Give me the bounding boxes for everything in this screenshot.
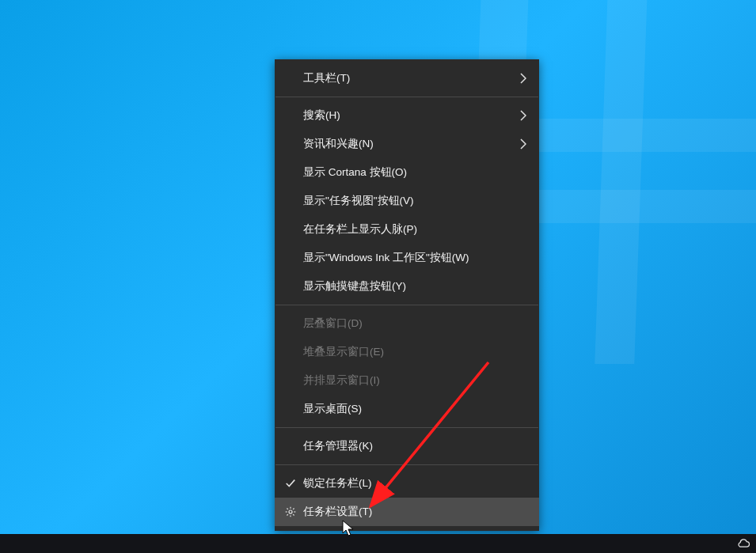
svg-line-6 bbox=[293, 514, 294, 515]
menu-item-label: 显示"任务视图"按钮(V) bbox=[303, 194, 414, 208]
menu-separator bbox=[275, 427, 538, 428]
menu-item-show-people[interactable]: 在任务栏上显示人脉(P) bbox=[275, 215, 539, 244]
chevron-right-icon bbox=[520, 73, 526, 84]
menu-item-show-touch-keyboard[interactable]: 显示触摸键盘按钮(Y) bbox=[275, 272, 539, 301]
taskbar[interactable] bbox=[0, 534, 756, 553]
menu-item-label: 资讯和兴趣(N) bbox=[303, 137, 374, 151]
svg-point-0 bbox=[289, 510, 292, 513]
menu-separator bbox=[275, 97, 538, 97]
menu-item-show-cortana[interactable]: 显示 Cortana 按钮(O) bbox=[275, 158, 539, 187]
menu-item-label: 任务栏设置(T) bbox=[303, 505, 372, 519]
menu-item-label: 工具栏(T) bbox=[303, 71, 350, 85]
light-ray bbox=[595, 0, 648, 364]
menu-item-label: 显示桌面(S) bbox=[303, 402, 362, 416]
menu-item-label: 任务管理器(K) bbox=[303, 439, 373, 453]
svg-line-7 bbox=[287, 514, 287, 515]
cloud-icon[interactable] bbox=[735, 538, 751, 551]
menu-item-task-manager[interactable]: 任务管理器(K) bbox=[275, 432, 539, 460]
menu-item-show-taskview[interactable]: 显示"任务视图"按钮(V) bbox=[275, 187, 539, 215]
svg-line-8 bbox=[293, 508, 294, 509]
taskbar-context-menu: 工具栏(T) 搜索(H) 资讯和兴趣(N) 显示 Cortana 按钮(O) 显… bbox=[275, 59, 539, 531]
menu-item-toolbars[interactable]: 工具栏(T) bbox=[275, 64, 539, 93]
menu-item-taskbar-settings[interactable]: 任务栏设置(T) bbox=[275, 498, 539, 526]
menu-item-label: 层叠窗口(D) bbox=[303, 316, 363, 331]
menu-item-label: 锁定任务栏(L) bbox=[303, 476, 372, 491]
menu-item-news-interests[interactable]: 资讯和兴趣(N) bbox=[275, 130, 539, 158]
menu-item-side-by-side-windows: 并排显示窗口(I) bbox=[275, 366, 539, 395]
menu-item-show-windows-ink[interactable]: 显示"Windows Ink 工作区"按钮(W) bbox=[275, 244, 539, 272]
menu-item-stack-windows: 堆叠显示窗口(E) bbox=[275, 338, 539, 366]
gear-icon bbox=[284, 506, 297, 518]
menu-item-label: 堆叠显示窗口(E) bbox=[303, 345, 384, 359]
menu-item-show-desktop[interactable]: 显示桌面(S) bbox=[275, 395, 539, 423]
menu-item-label: 显示触摸键盘按钮(Y) bbox=[303, 279, 406, 294]
menu-item-label: 搜索(H) bbox=[303, 108, 340, 123]
menu-item-search[interactable]: 搜索(H) bbox=[275, 101, 539, 130]
menu-separator bbox=[275, 305, 538, 305]
menu-item-label: 显示 Cortana 按钮(O) bbox=[303, 165, 407, 180]
check-icon bbox=[284, 477, 297, 490]
menu-item-cascade-windows: 层叠窗口(D) bbox=[275, 309, 539, 338]
menu-item-lock-taskbar[interactable]: 锁定任务栏(L) bbox=[275, 469, 539, 498]
svg-line-5 bbox=[287, 508, 287, 509]
desktop[interactable]: 工具栏(T) 搜索(H) 资讯和兴趣(N) 显示 Cortana 按钮(O) 显… bbox=[0, 0, 756, 553]
menu-item-label: 在任务栏上显示人脉(P) bbox=[303, 222, 417, 237]
chevron-right-icon bbox=[520, 138, 526, 150]
menu-item-label: 并排显示窗口(I) bbox=[303, 373, 380, 388]
chevron-right-icon bbox=[520, 110, 526, 121]
menu-separator bbox=[275, 464, 538, 465]
menu-item-label: 显示"Windows Ink 工作区"按钮(W) bbox=[303, 251, 469, 265]
